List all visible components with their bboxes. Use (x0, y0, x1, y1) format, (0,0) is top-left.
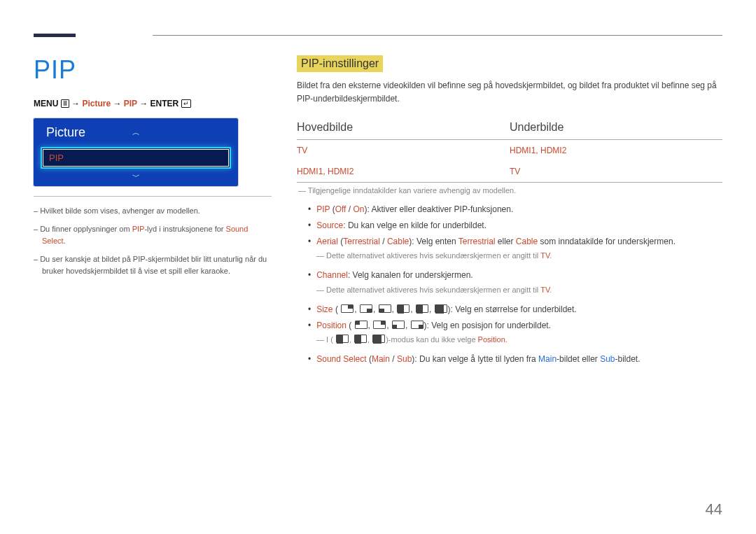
page-title: PIP (34, 55, 272, 85)
tail: som inndatakilde for underskjermen. (538, 237, 676, 246)
header-rule (153, 35, 722, 36)
section-heading: PIP-innstillinger (297, 55, 383, 72)
k: Size (316, 304, 332, 314)
txt: . (505, 335, 507, 344)
tail: -bildet. (615, 354, 640, 364)
opt: On (353, 204, 364, 214)
txt: : Du kan velge å lytte til lyden fra (414, 354, 538, 364)
size-icon (341, 304, 354, 313)
k: Aerial (316, 237, 338, 246)
size-icon (336, 335, 349, 343)
pos-icon (411, 321, 424, 329)
bc-menu: MENU (34, 99, 58, 108)
txt: )-modus kan du ikke velge (386, 335, 477, 344)
opt: Sub (397, 354, 412, 364)
settings-list-3: Size ( , , , , , ): Velg en størrelse fo… (297, 302, 722, 334)
th-underbilde: Underbilde (510, 115, 722, 139)
footnotes: – Hvilket bilde som vises, avhenger av m… (34, 205, 272, 278)
txt: . (550, 251, 552, 260)
size-icon (416, 304, 428, 313)
settings-list-2: Channel: Velg kanalen for underskjermen. (297, 267, 722, 283)
opt: Main (372, 354, 390, 364)
size-icon (435, 304, 447, 313)
section-intro: Bildet fra den eksterne videokilden vil … (297, 79, 722, 106)
header-accent-bar (34, 34, 76, 37)
k: Channel (316, 270, 348, 280)
footnote: – Du ser kanskje at bildet på PIP-skjerm… (34, 253, 272, 278)
td: TV (297, 140, 510, 161)
size-icon (360, 304, 372, 313)
k: Position (316, 321, 346, 330)
settings-list: PIP (Off / On): Aktiver eller deaktiver … (297, 202, 722, 249)
menu-icon: Ⅲ (61, 99, 69, 108)
pip-table: Hovedbilde Underbilde TV HDMI1, HDMI2 HD… (297, 115, 722, 183)
osd-title: Picture (46, 125, 85, 140)
tail: : Velg kanalen for underskjermen. (348, 270, 473, 280)
bc-arrow: → (113, 99, 121, 108)
tail: : Du kan velge en kilde for underbildet. (343, 220, 486, 230)
td: TV (510, 161, 722, 182)
opt: Cable (516, 237, 538, 246)
opt: Terrestrial (343, 237, 380, 246)
bc-enter: ENTER (150, 99, 179, 108)
hl: Position (478, 335, 505, 344)
pos-icon (392, 321, 405, 329)
hl: TV (540, 251, 550, 260)
position-sub-note: ― I ( , , )-modus kan du ikke velge Posi… (297, 333, 722, 347)
content-layout: PIP MENU Ⅲ → Picture → PIP → ENTER ↵ Pic… (34, 55, 722, 367)
osd-item-pip[interactable]: PIP (41, 147, 231, 169)
table-row: HDMI1, HDMI2 TV (297, 161, 722, 182)
txt: Dette alternativet aktiveres hvis sekund… (326, 251, 540, 260)
size-icon (397, 304, 410, 313)
osd-panel: Picture ︿ PIP ﹀ (34, 118, 238, 186)
txt: eller (496, 237, 516, 246)
txt: . (550, 286, 552, 294)
page-number: 44 (706, 500, 722, 519)
list-item-pip: PIP (Off / On): Aktiver eller deaktiver … (297, 202, 722, 218)
aerial-sub-note: ― Dette alternativet aktiveres hvis seku… (297, 249, 722, 263)
enter-icon: ↵ (181, 99, 191, 108)
osd-header: Picture ︿ (34, 118, 238, 147)
bc-arrow: → (71, 99, 80, 108)
tail: ): Velg en størrelse for underbildet. (448, 304, 577, 314)
th-hovedbilde: Hovedbilde (297, 115, 510, 139)
bc-picture: Picture (82, 99, 111, 108)
bc-pip: PIP (124, 99, 137, 108)
table-footnote-text: Tilgjengelige inndatakilder kan variere … (308, 186, 516, 195)
k: Source (316, 220, 343, 230)
txt: : Velg enten (412, 237, 458, 246)
table-rule (297, 182, 722, 183)
footnote: – Du finner opplysninger om PIP-lyd i in… (34, 223, 272, 248)
blue: Main (538, 354, 556, 364)
size-icon (372, 335, 385, 343)
txt: Dette alternativet aktiveres hvis sekund… (326, 286, 540, 294)
osd-item-wrap: PIP (34, 147, 238, 169)
k: PIP (316, 204, 330, 214)
tail: ): Velg en posisjon for underbildet. (424, 321, 551, 330)
breadcrumb: MENU Ⅲ → Picture → PIP → ENTER ↵ (34, 99, 272, 108)
pos-icon (373, 321, 386, 329)
chevron-up-icon[interactable]: ︿ (132, 127, 140, 138)
k: Sound Select (316, 354, 366, 364)
right-column: PIP-innstillinger Bildet fra den ekstern… (297, 55, 722, 367)
list-item-aerial: Aerial (Terrestrial / Cable): Velg enten… (297, 234, 722, 250)
chevron-down-icon[interactable]: ﹀ (132, 172, 140, 181)
left-column: PIP MENU Ⅲ → Picture → PIP → ENTER ↵ Pic… (34, 55, 272, 367)
list-item-size: Size ( , , , , , ): Velg en størrelse fo… (297, 302, 722, 318)
size-icon (379, 304, 391, 313)
table-header: Hovedbilde Underbilde (297, 115, 722, 139)
txt: I ( (326, 335, 333, 344)
left-divider (34, 196, 272, 197)
blue: Sub (600, 354, 615, 364)
hl: TV (540, 286, 550, 294)
pos-icon (355, 321, 368, 329)
bc-arrow: → (139, 99, 148, 108)
td: HDMI1, HDMI2 (510, 140, 722, 161)
list-item-channel: Channel: Velg kanalen for underskjermen. (297, 267, 722, 283)
settings-list-4: Sound Select (Main / Sub): Du kan velge … (297, 351, 722, 367)
osd-footer: ﹀ (34, 169, 238, 181)
size-icon (354, 335, 367, 343)
td: HDMI1, HDMI2 (297, 161, 510, 182)
list-item-source: Source: Du kan velge en kilde for underb… (297, 218, 722, 234)
table-footnote: ― Tilgjengelige inndatakilder kan varier… (297, 184, 722, 197)
